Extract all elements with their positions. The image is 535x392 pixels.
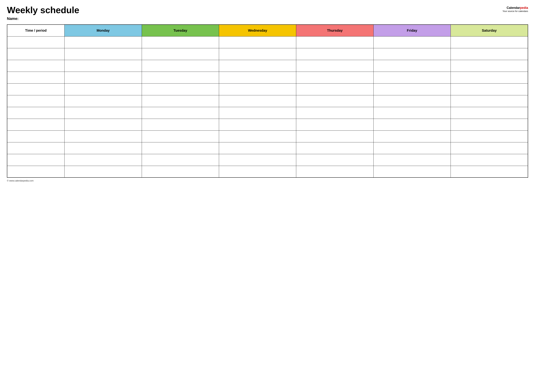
schedule-cell[interactable] bbox=[296, 131, 373, 142]
schedule-cell[interactable] bbox=[65, 154, 142, 166]
schedule-body bbox=[7, 36, 528, 177]
schedule-cell[interactable] bbox=[219, 119, 296, 131]
schedule-cell[interactable] bbox=[142, 142, 219, 154]
time-cell[interactable] bbox=[7, 119, 65, 131]
schedule-cell[interactable] bbox=[142, 36, 219, 48]
schedule-cell[interactable] bbox=[451, 131, 528, 142]
schedule-cell[interactable] bbox=[296, 36, 373, 48]
time-cell[interactable] bbox=[7, 154, 65, 166]
schedule-cell[interactable] bbox=[373, 48, 451, 60]
schedule-cell[interactable] bbox=[219, 36, 296, 48]
schedule-cell[interactable] bbox=[219, 166, 296, 177]
schedule-cell[interactable] bbox=[219, 154, 296, 166]
table-row bbox=[7, 154, 528, 166]
schedule-cell[interactable] bbox=[142, 131, 219, 142]
schedule-cell[interactable] bbox=[296, 48, 373, 60]
schedule-cell[interactable] bbox=[142, 166, 219, 177]
schedule-cell[interactable] bbox=[219, 95, 296, 107]
col-header-time: Time / period bbox=[7, 25, 65, 36]
schedule-cell[interactable] bbox=[373, 131, 451, 142]
schedule-cell[interactable] bbox=[296, 154, 373, 166]
schedule-cell[interactable] bbox=[451, 142, 528, 154]
time-cell[interactable] bbox=[7, 60, 65, 72]
schedule-cell[interactable] bbox=[142, 107, 219, 119]
time-cell[interactable] bbox=[7, 95, 65, 107]
schedule-cell[interactable] bbox=[65, 72, 142, 83]
col-header-saturday: Saturday bbox=[451, 25, 528, 36]
schedule-cell[interactable] bbox=[65, 48, 142, 60]
schedule-cell[interactable] bbox=[373, 36, 451, 48]
schedule-cell[interactable] bbox=[373, 166, 451, 177]
time-cell[interactable] bbox=[7, 48, 65, 60]
schedule-cell[interactable] bbox=[142, 60, 219, 72]
schedule-cell[interactable] bbox=[373, 107, 451, 119]
schedule-cell[interactable] bbox=[451, 36, 528, 48]
schedule-cell[interactable] bbox=[451, 60, 528, 72]
table-row bbox=[7, 83, 528, 95]
schedule-cell[interactable] bbox=[373, 142, 451, 154]
header: Weekly schedule Name: Calendarpedia Your… bbox=[7, 5, 528, 21]
schedule-cell[interactable] bbox=[219, 48, 296, 60]
schedule-cell[interactable] bbox=[65, 60, 142, 72]
schedule-cell[interactable] bbox=[219, 107, 296, 119]
schedule-cell[interactable] bbox=[65, 107, 142, 119]
schedule-cell[interactable] bbox=[65, 119, 142, 131]
schedule-cell[interactable] bbox=[296, 72, 373, 83]
schedule-cell[interactable] bbox=[142, 95, 219, 107]
schedule-cell[interactable] bbox=[373, 72, 451, 83]
schedule-cell[interactable] bbox=[451, 119, 528, 131]
schedule-cell[interactable] bbox=[373, 83, 451, 95]
schedule-cell[interactable] bbox=[296, 107, 373, 119]
footer-url: © www.calendarpedia.com bbox=[7, 179, 33, 182]
schedule-cell[interactable] bbox=[142, 119, 219, 131]
schedule-cell[interactable] bbox=[296, 83, 373, 95]
col-header-thursday: Thursday bbox=[296, 25, 373, 36]
col-header-friday: Friday bbox=[373, 25, 451, 36]
time-cell[interactable] bbox=[7, 131, 65, 142]
schedule-cell[interactable] bbox=[451, 83, 528, 95]
schedule-cell[interactable] bbox=[65, 36, 142, 48]
time-cell[interactable] bbox=[7, 72, 65, 83]
table-row bbox=[7, 60, 528, 72]
schedule-cell[interactable] bbox=[219, 142, 296, 154]
schedule-cell[interactable] bbox=[65, 83, 142, 95]
schedule-cell[interactable] bbox=[65, 131, 142, 142]
time-cell[interactable] bbox=[7, 166, 65, 177]
time-cell[interactable] bbox=[7, 107, 65, 119]
time-cell[interactable] bbox=[7, 36, 65, 48]
name-label: Name: bbox=[7, 16, 79, 21]
schedule-cell[interactable] bbox=[296, 119, 373, 131]
schedule-cell[interactable] bbox=[219, 72, 296, 83]
schedule-cell[interactable] bbox=[296, 95, 373, 107]
schedule-cell[interactable] bbox=[296, 142, 373, 154]
schedule-cell[interactable] bbox=[451, 48, 528, 60]
schedule-cell[interactable] bbox=[65, 95, 142, 107]
footer: © www.calendarpedia.com bbox=[7, 179, 528, 182]
schedule-cell[interactable] bbox=[296, 166, 373, 177]
logo-calendar-text: Calendar bbox=[507, 6, 520, 9]
schedule-cell[interactable] bbox=[451, 107, 528, 119]
schedule-cell[interactable] bbox=[373, 95, 451, 107]
schedule-cell[interactable] bbox=[219, 60, 296, 72]
schedule-cell[interactable] bbox=[219, 83, 296, 95]
schedule-cell[interactable] bbox=[142, 48, 219, 60]
schedule-cell[interactable] bbox=[142, 72, 219, 83]
schedule-cell[interactable] bbox=[451, 95, 528, 107]
schedule-cell[interactable] bbox=[451, 154, 528, 166]
schedule-cell[interactable] bbox=[65, 142, 142, 154]
schedule-cell[interactable] bbox=[296, 60, 373, 72]
logo-text: Calendarpedia bbox=[502, 6, 528, 10]
time-cell[interactable] bbox=[7, 142, 65, 154]
schedule-cell[interactable] bbox=[373, 60, 451, 72]
schedule-cell[interactable] bbox=[142, 83, 219, 95]
schedule-cell[interactable] bbox=[373, 119, 451, 131]
time-cell[interactable] bbox=[7, 83, 65, 95]
schedule-cell[interactable] bbox=[451, 166, 528, 177]
schedule-cell[interactable] bbox=[373, 154, 451, 166]
schedule-cell[interactable] bbox=[65, 166, 142, 177]
schedule-cell[interactable] bbox=[451, 72, 528, 83]
table-row bbox=[7, 119, 528, 131]
schedule-cell[interactable] bbox=[142, 154, 219, 166]
schedule-cell[interactable] bbox=[219, 131, 296, 142]
table-row bbox=[7, 166, 528, 177]
